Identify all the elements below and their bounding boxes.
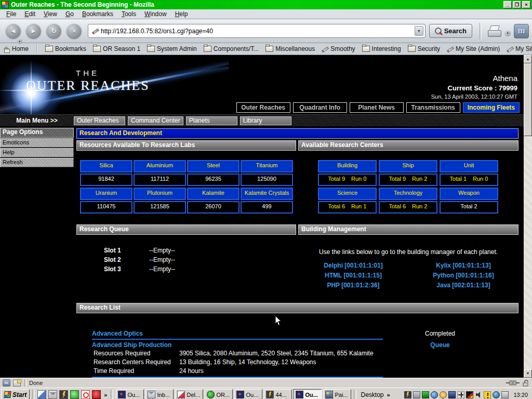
- print-button[interactable]: [487, 25, 502, 37]
- minimize-button[interactable]: _: [503, 1, 512, 8]
- tray-crosshair-icon[interactable]: [457, 391, 464, 398]
- research-entry: Advanced Optics Completed: [92, 330, 518, 337]
- menu-go[interactable]: Go: [61, 10, 78, 18]
- sidebar-item-refresh[interactable]: Refresh: [0, 158, 74, 167]
- tray-security-alert-icon[interactable]: [484, 391, 491, 398]
- quicklaunch-mail-icon[interactable]: [48, 390, 57, 399]
- tab-outer-reaches[interactable]: Outer Reaches: [236, 102, 290, 113]
- close-button[interactable]: ×: [522, 1, 530, 8]
- bookmark-folder-security[interactable]: Security: [408, 45, 440, 52]
- tab-incoming-fleets[interactable]: Incoming Fleets: [463, 102, 520, 113]
- menu-button-outer-reaches[interactable]: Outer Reaches: [74, 116, 125, 125]
- url-input[interactable]: http://192.168.0.75:82/ors1.cgi?page=40: [101, 28, 415, 35]
- tray-network-icon[interactable]: [413, 391, 420, 398]
- tray-globe-icon[interactable]: [431, 391, 438, 398]
- taskbar-window-mozilla-2[interactable]: Ou...: [234, 389, 262, 399]
- planet-link-html[interactable]: HTML [001:01:1:15]: [298, 272, 408, 279]
- quicklaunch-winamp-icon[interactable]: [59, 390, 68, 399]
- research-status-queue-link[interactable]: Queue: [367, 341, 513, 349]
- tray-winamp-icon[interactable]: [404, 391, 411, 398]
- quicklaunch-messenger-icon[interactable]: [70, 390, 79, 399]
- taskbar-window-inbox[interactable]: Inb...: [145, 389, 174, 399]
- bookmark-item-home[interactable]: Home: [3, 45, 29, 52]
- tray-volume-icon[interactable]: [475, 391, 482, 398]
- mozilla-throbber-logo[interactable]: m: [514, 24, 529, 38]
- bookmark-icon: [447, 46, 454, 52]
- menu-bookmarks[interactable]: Bookmarks: [78, 10, 117, 18]
- quicklaunch-overflow-chevron[interactable]: »: [103, 392, 108, 398]
- planet-link-java[interactable]: Java [002:01:1:13]: [408, 282, 518, 289]
- taskbar-window-or[interactable]: OR...: [205, 389, 233, 399]
- security-lock-icon[interactable]: [523, 380, 530, 387]
- url-dropdown[interactable]: ▼: [415, 26, 423, 36]
- bookmark-folder-or-season-1[interactable]: OR Season 1: [93, 45, 140, 52]
- taskbar-window-winamp[interactable]: 44...: [264, 389, 292, 399]
- bookmark-item-smoothy[interactable]: Smoothy: [322, 45, 355, 52]
- taskbar-window-mozilla-1[interactable]: Ou...: [116, 389, 144, 399]
- planet-link-php[interactable]: PHP [001:01:2:36]: [298, 282, 408, 289]
- tray-tv-icon[interactable]: [422, 391, 429, 398]
- planet-link-delphi[interactable]: Delphi [001:01:1:01]: [298, 262, 408, 269]
- menu-view[interactable]: View: [39, 10, 61, 18]
- tray-update-icon[interactable]: [440, 391, 447, 398]
- tray-backup-icon[interactable]: [448, 391, 456, 398]
- research-link[interactable]: Advanced Ship Production: [92, 341, 367, 349]
- quicklaunch-opera-icon[interactable]: [81, 390, 90, 399]
- component-bar-icon[interactable]: [12, 379, 21, 387]
- taskbar-window-delphi[interactable]: Del...: [175, 389, 203, 399]
- tray-messenger-icon[interactable]: [493, 391, 500, 398]
- planet-link-python[interactable]: Python [001:01:1:16]: [408, 272, 518, 279]
- reload-button[interactable]: ↻: [46, 23, 61, 38]
- desktop-toolbar[interactable]: Desktop »: [359, 391, 392, 398]
- search-button[interactable]: Search: [429, 24, 472, 38]
- planet-link-kylix[interactable]: Kylix [001:01:1:13]: [408, 262, 518, 269]
- bookmark-item-my-site-admin[interactable]: My Site (Admin): [447, 45, 500, 52]
- research-link[interactable]: Advanced Optics: [92, 330, 367, 337]
- desktop-overflow-chevron[interactable]: »: [386, 392, 391, 398]
- logo-text-main: OUTER REACHES: [26, 78, 150, 94]
- bookmark-folder-miscellaneous[interactable]: Miscellaneous: [265, 45, 315, 52]
- menu-tools[interactable]: Tools: [117, 10, 140, 18]
- menu-edit[interactable]: Edit: [20, 10, 39, 18]
- print-dropdown[interactable]: ▼: [504, 31, 511, 36]
- scroll-down-button[interactable]: ▼: [524, 369, 532, 378]
- bookmark-folder-bookmarks[interactable]: Bookmarks: [45, 45, 86, 52]
- taskbar-window-mozilla-active[interactable]: Ou...: [294, 389, 322, 399]
- taskbar-clock[interactable]: 13:20: [510, 392, 530, 398]
- scrollbar-track[interactable]: [524, 136, 532, 369]
- menu-button-planets[interactable]: Planets: [186, 116, 237, 125]
- back-button[interactable]: ◄: [6, 23, 21, 38]
- menu-file[interactable]: File: [2, 10, 20, 18]
- bookmark-folder-components[interactable]: Components/T...: [204, 45, 259, 52]
- sidebar-item-emoticons[interactable]: Emoticons: [0, 138, 74, 148]
- scrollbar-thumb[interactable]: [524, 63, 532, 136]
- page-title: Research And Development: [76, 128, 518, 139]
- tray-printer-icon[interactable]: [501, 391, 509, 398]
- stop-button[interactable]: ×: [66, 23, 82, 38]
- bookmark-item-my-site[interactable]: My Site: [507, 45, 532, 52]
- sidebar-item-help[interactable]: Help: [0, 148, 74, 157]
- start-button[interactable]: Start: [1, 389, 30, 399]
- tab-quadrant-info[interactable]: Quadrant Info: [293, 102, 347, 113]
- quicklaunch-composer-icon[interactable]: [37, 390, 46, 399]
- bookmark-folder-system-admin[interactable]: System Admin: [147, 45, 197, 52]
- bookmark-folder-interesting[interactable]: Interesting: [362, 45, 401, 52]
- scroll-up-button[interactable]: ▲: [524, 55, 532, 63]
- tray-display-icon[interactable]: [466, 391, 473, 398]
- forward-button[interactable]: ►: [26, 23, 41, 38]
- queue-slot: Slot 3--Empty--: [76, 265, 296, 275]
- quicklaunch-dragon-icon[interactable]: [92, 390, 101, 399]
- online-plug-icon[interactable]: [506, 380, 520, 386]
- resource-box: Kalamite Crystals499: [241, 188, 293, 214]
- back-history-dropdown[interactable]: ▼: [17, 39, 22, 44]
- restore-button[interactable]: ❐: [513, 1, 521, 8]
- url-bar[interactable]: http://192.168.0.75:82/ors1.cgi?page=40 …: [88, 24, 425, 38]
- tab-planet-news[interactable]: Planet News: [350, 102, 404, 113]
- menu-help[interactable]: Help: [171, 10, 192, 18]
- menu-window[interactable]: Window: [140, 10, 171, 18]
- menu-button-command-center[interactable]: Command Center: [128, 116, 183, 125]
- sidebar-toggle-button[interactable]: m: [2, 379, 11, 387]
- tab-transmissions[interactable]: Transmissions: [406, 102, 460, 113]
- menu-button-library[interactable]: Library: [240, 116, 291, 125]
- taskbar-window-paint[interactable]: Pai...: [323, 389, 351, 399]
